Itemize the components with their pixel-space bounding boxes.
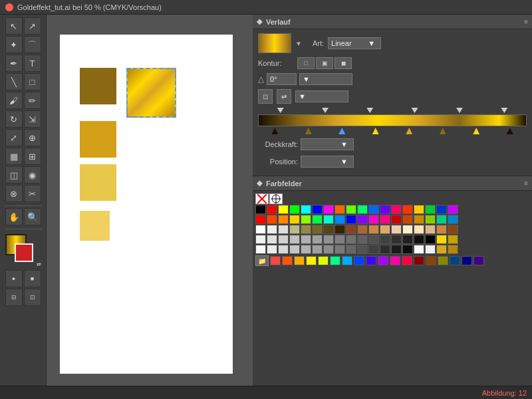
color-swatch[interactable] <box>357 235 368 244</box>
gradient-preview-arrow[interactable]: ▼ <box>295 40 302 47</box>
lasso-tool[interactable]: ⌒ <box>24 36 41 53</box>
color-swatch[interactable] <box>323 245 334 254</box>
color-swatch[interactable] <box>306 256 317 265</box>
color-swatch[interactable] <box>346 225 356 234</box>
color-swatch[interactable] <box>425 225 436 234</box>
color-swatch[interactable] <box>312 215 323 224</box>
transform-select[interactable]: ▼ <box>295 90 348 102</box>
color-swatch[interactable] <box>450 256 460 265</box>
color-swatch[interactable] <box>448 225 458 234</box>
color-swatch[interactable] <box>436 215 447 224</box>
line-tool[interactable]: ╲ <box>5 73 23 90</box>
panel-collapse-icon[interactable]: ◆ <box>257 17 262 26</box>
color-swatch[interactable] <box>301 215 311 224</box>
color-swatch[interactable] <box>334 245 345 254</box>
color-swatch[interactable] <box>414 205 424 214</box>
pen-tool[interactable]: ✒ <box>5 55 23 72</box>
color-swatch[interactable] <box>366 256 376 265</box>
color-swatch[interactable] <box>301 225 311 234</box>
color-swatch[interactable] <box>312 205 323 214</box>
close-button[interactable] <box>5 3 13 11</box>
color-swatch[interactable] <box>402 205 413 214</box>
color-swatch[interactable] <box>334 215 345 224</box>
color-swatch[interactable] <box>402 245 413 254</box>
gradient-swatch[interactable]: ■ <box>24 270 41 287</box>
art-select[interactable]: Linear ▼ <box>328 37 381 49</box>
color-swatch[interactable] <box>402 215 413 224</box>
stop-bottom-7[interactable] <box>473 128 479 134</box>
color-swatch[interactable] <box>289 225 300 234</box>
color-swatch[interactable] <box>267 235 277 244</box>
direct-select-tool[interactable]: ↗ <box>24 17 41 35</box>
stop-top-2[interactable] <box>322 108 329 113</box>
color-mode-btn[interactable]: ● <box>5 270 23 287</box>
kontur-btn-1[interactable]: □ <box>297 57 315 69</box>
stop-bottom-8[interactable] <box>507 128 513 134</box>
color-swatch[interactable] <box>282 256 293 265</box>
stroke-color[interactable] <box>15 243 33 262</box>
color-swatch[interactable] <box>414 256 424 265</box>
position-input[interactable]: ▼ <box>301 156 354 168</box>
color-swatch[interactable] <box>380 225 390 234</box>
stop-bottom-2[interactable] <box>305 128 312 134</box>
gold-square-lightest[interactable] <box>80 211 110 241</box>
farbfelder-menu-icon[interactable]: ≡ <box>524 180 528 187</box>
color-swatch[interactable] <box>278 245 289 254</box>
color-swatch[interactable] <box>368 205 379 214</box>
color-swatch[interactable] <box>289 245 300 254</box>
color-swatch[interactable] <box>267 215 277 224</box>
color-swatch[interactable] <box>301 205 311 214</box>
graph-tool[interactable]: ▦ <box>5 148 23 165</box>
color-swatch[interactable] <box>425 215 436 224</box>
color-swatch[interactable] <box>301 245 311 254</box>
stop-bottom-1[interactable] <box>271 128 278 134</box>
gold-square-medium[interactable] <box>80 121 116 158</box>
text-tool[interactable]: T <box>24 55 41 72</box>
color-swatch[interactable] <box>402 225 413 234</box>
color-swatch[interactable] <box>380 245 390 254</box>
stop-top-4[interactable] <box>412 108 418 113</box>
rect-tool[interactable]: □ <box>24 73 41 90</box>
color-swatch[interactable] <box>368 225 379 234</box>
color-swatch[interactable] <box>425 205 436 214</box>
color-swatch[interactable] <box>436 205 447 214</box>
none-color-swatch[interactable] <box>255 194 269 204</box>
color-swatch[interactable] <box>448 215 458 224</box>
angle-input[interactable] <box>267 73 297 85</box>
color-swatch[interactable] <box>357 205 368 214</box>
color-swatch[interactable] <box>414 215 424 224</box>
color-swatch[interactable] <box>334 225 345 234</box>
new-swatch-group-button[interactable]: 📁 <box>255 255 269 266</box>
color-swatch[interactable] <box>391 235 402 244</box>
screen-mode-btn[interactable]: ⊟ <box>5 289 23 306</box>
color-swatch[interactable] <box>323 235 334 244</box>
brush-tool[interactable]: 🖌 <box>5 92 23 109</box>
color-swatch[interactable] <box>346 235 356 244</box>
color-swatch[interactable] <box>289 215 300 224</box>
mesh-tool[interactable]: ⊞ <box>24 148 41 165</box>
color-swatch[interactable] <box>438 256 448 265</box>
color-swatch[interactable] <box>391 225 402 234</box>
color-swatch[interactable] <box>318 256 329 265</box>
color-swatch[interactable] <box>414 225 424 234</box>
color-swatch[interactable] <box>323 225 334 234</box>
color-swatch[interactable] <box>380 235 390 244</box>
color-swatch[interactable] <box>390 256 400 265</box>
color-swatch[interactable] <box>255 215 266 224</box>
stop-top-3[interactable] <box>366 108 373 113</box>
color-swatch[interactable] <box>255 225 266 234</box>
transform-icon-btn[interactable]: ⊡ <box>258 89 273 104</box>
color-swatch[interactable] <box>380 205 390 214</box>
blend-tool[interactable]: ⊗ <box>5 185 23 202</box>
color-swatch[interactable] <box>267 225 277 234</box>
color-swatch[interactable] <box>346 245 356 254</box>
color-swatch[interactable] <box>289 205 300 214</box>
gold-square-dark[interactable] <box>80 68 116 104</box>
color-swatch[interactable] <box>448 235 458 244</box>
color-swatch[interactable] <box>402 235 413 244</box>
pencil-tool[interactable]: ✏ <box>24 92 41 109</box>
color-swatch[interactable] <box>448 245 458 254</box>
color-swatch[interactable] <box>473 256 484 265</box>
color-swatch[interactable] <box>270 256 281 265</box>
symbol-tool[interactable]: ⊕ <box>24 129 41 146</box>
